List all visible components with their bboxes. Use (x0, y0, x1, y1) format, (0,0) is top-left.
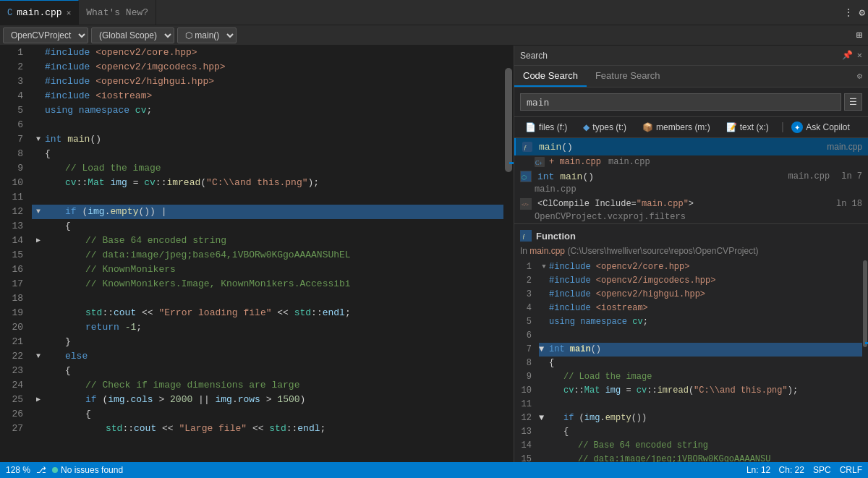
search-input[interactable] (520, 93, 841, 111)
search-panel: Search 📌 ✕ Code Search Feature Search ⚙ … (514, 46, 868, 462)
preview-code: 12345 678910 1112131415 161718 ▼ #includ… (514, 260, 868, 462)
result-xml-name: <ClCompile Include="main.cpp"> (537, 199, 827, 209)
code-line: return -1; (32, 320, 514, 335)
result-int-main-subfile: main.cpp (514, 184, 868, 196)
search-panel-title: Search (520, 51, 548, 61)
function-result-icon: ƒ (522, 141, 533, 153)
code-line: using namespace cv; (32, 103, 514, 118)
filter-types[interactable]: ◆ types (t:) (578, 120, 631, 135)
editor-menu-icon[interactable]: ⋮ (841, 5, 856, 20)
code-line: // KnownMonikers (32, 263, 514, 277)
minimap-highlight (509, 162, 514, 164)
status-encoding[interactable]: SPC (813, 465, 831, 475)
xml-icon: </> (520, 198, 532, 210)
filter-members-icon: 📦 (642, 122, 653, 132)
result-int-main-file: main.cpp (788, 171, 830, 182)
code-line: { (32, 147, 514, 161)
tab-bar: C main.cpp ✕ What's New? ⋮ ⚙ (0, 0, 868, 25)
status-bar: 128 % ⎇ No issues found Ln: 12 Ch: 22 SP… (0, 462, 868, 478)
filter-bar: 📄 files (f:) ◆ types (t:) 📦 members (m:)… (514, 117, 868, 138)
preview-scrollbar-thumb[interactable] (863, 260, 867, 347)
code-line: { (32, 407, 514, 422)
search-tabs: Code Search Feature Search ⚙ (514, 66, 868, 88)
status-lineending[interactable]: CRLF (840, 465, 862, 475)
preview-code-line (539, 329, 868, 343)
ask-copilot-button[interactable]: ✦ Ask Copilot (791, 121, 850, 133)
svg-text:</>: </> (522, 202, 529, 208)
status-git[interactable]: ⎇ (36, 465, 46, 475)
function-preview: ƒ Function In main.cpp (C:\Users\hwelliv… (514, 223, 868, 462)
result-int-main-line: ln 7 (841, 171, 862, 182)
result-xml-line: ln 18 (836, 199, 862, 209)
search-header-actions: 📌 ✕ (842, 50, 862, 61)
code-line: // data:image/jpeg;base64,iVBORw0KGgoAAA… (32, 248, 514, 263)
result-xml-subfile: OpenCVProject.vcxproj.filters (514, 212, 868, 223)
main-content: 12345 678910 1112131415 1617181920 21222… (0, 46, 868, 462)
cpp-file-icon: C+ (535, 157, 545, 167)
code-content: #include <opencv2/core.hpp> #include <op… (29, 46, 514, 462)
sub-result-file: main.cpp (608, 157, 650, 167)
search-settings-icon[interactable]: ⚙ (851, 66, 868, 87)
editor-scrollbar[interactable] (503, 46, 514, 462)
search-result-item2[interactable]: ⬡ int main() main.cpp ln 7 main.cpp (514, 168, 868, 196)
code-line: // Check if image dimensions are large (32, 378, 514, 393)
code-line: std::cout << "Large file" << std::endl; (32, 422, 514, 436)
svg-text:⬡: ⬡ (522, 174, 527, 181)
search-input-area: ☰ (514, 88, 868, 117)
editor-gear-icon[interactable]: ⚙ (856, 5, 868, 20)
code-line: ▼ int main() (32, 132, 514, 147)
search-close-icon[interactable]: ✕ (857, 50, 862, 61)
preview-scrollbar[interactable] (862, 260, 868, 462)
function-selector[interactable]: ⬡ main() (177, 27, 237, 43)
code-line: } (32, 335, 514, 349)
preview-code-line: // Load the image (539, 370, 868, 384)
tab-whats-new[interactable]: What's New? (79, 0, 156, 25)
code-line: // KnownMonikers.Image, KnownMonikers.Ac… (32, 277, 514, 291)
code-line (32, 190, 514, 205)
preview-code-line-highlighted: ▼ int main() (539, 343, 868, 357)
split-editor-icon[interactable]: ⊞ (854, 27, 865, 43)
code-area[interactable]: 12345 678910 1112131415 1617181920 21222… (0, 46, 514, 462)
preview-code-line (539, 398, 868, 411)
filter-divider: | (780, 121, 786, 133)
editor-toolbar: OpenCVProject (Global Scope) ⬡ main() ⊞ (0, 25, 868, 46)
tab-feature-search[interactable]: Feature Search (587, 66, 669, 87)
project-selector[interactable]: OpenCVProject (3, 27, 88, 43)
code-line: ▶ // Base 64 encoded string (32, 234, 514, 248)
code-line (32, 291, 514, 306)
sub-result-name: + main.cpp (549, 157, 601, 167)
preview-code-content: ▼ #include <opencv2/core.hpp> #include <… (536, 260, 868, 462)
code-line: cv::Mat img = cv::imread("C:\\and this.p… (32, 176, 514, 190)
search-result-xml[interactable]: </> <ClCompile Include="main.cpp"> ln 18… (514, 196, 868, 223)
status-line-col[interactable]: Ln: 12 Ch: 22 (746, 465, 804, 475)
preview-code-line: using namespace cv; (539, 315, 868, 329)
status-zoom[interactable]: 128 % (6, 465, 30, 475)
scope-selector[interactable]: (Global Scope) (91, 27, 174, 43)
svg-text:C+: C+ (535, 160, 542, 166)
result-int-main-name: int main() (537, 171, 783, 182)
tab-code-search[interactable]: Code Search (514, 66, 587, 87)
code-line: #include <opencv2/core.hpp> (32, 46, 514, 60)
tab-main-cpp-close[interactable]: ✕ (67, 8, 72, 17)
filter-files[interactable]: 📄 files (f:) (520, 120, 572, 135)
editor-scrollbar-thumb[interactable] (505, 68, 512, 172)
filter-types-icon: ◆ (583, 122, 590, 132)
svg-text:ƒ: ƒ (522, 233, 526, 240)
search-pin-icon[interactable]: 📌 (842, 50, 853, 61)
filter-text[interactable]: 📝 text (x:) (721, 120, 774, 135)
tab-main-cpp[interactable]: C main.cpp ✕ (0, 0, 79, 25)
code-line (32, 118, 514, 132)
preview-code-line: #include <opencv2/highgui.hpp> (539, 288, 868, 302)
status-right: Ln: 12 Ch: 22 SPC CRLF (746, 465, 862, 475)
status-issues[interactable]: No issues found (52, 465, 123, 475)
code-line: std::cout << "Error loading file" << std… (32, 306, 514, 320)
search-results[interactable]: ƒ main() main.cpp C+ + main.cpp main.cpp (514, 138, 868, 462)
function-header: ƒ Function (514, 227, 868, 244)
search-result-sub[interactable]: C+ + main.cpp main.cpp (514, 155, 868, 168)
search-view-button[interactable]: ☰ (844, 93, 862, 111)
search-result-main[interactable]: ƒ main() main.cpp (514, 138, 868, 155)
filter-members[interactable]: 📦 members (m:) (637, 120, 715, 135)
preview-code-line: #include <iostream> (539, 302, 868, 315)
preview-code-line: #include <opencv2/imgcodecs.hpp> (539, 274, 868, 288)
int-icon: ⬡ (520, 171, 532, 182)
